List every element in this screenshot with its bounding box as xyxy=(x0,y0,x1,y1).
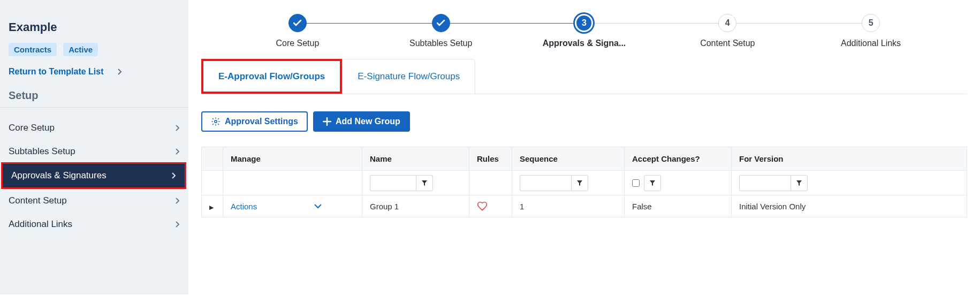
tab-label: E-Signature Flow/Groups xyxy=(358,71,460,82)
svg-point-0 xyxy=(215,120,217,123)
filter-version-button[interactable] xyxy=(791,175,808,191)
actions-label: Actions xyxy=(231,202,257,211)
sidebar-item-label: Approvals & Signatures xyxy=(11,170,107,181)
sidebar-item-core-setup[interactable]: Core Setup xyxy=(0,116,188,140)
filter-version-input[interactable] xyxy=(739,175,791,191)
col-accept-changes[interactable]: Accept Changes? xyxy=(625,147,732,171)
tag-contracts[interactable]: Contracts xyxy=(9,43,57,56)
filter-version-cell xyxy=(732,171,967,195)
setup-heading: Setup xyxy=(0,86,188,108)
sidebar-item-subtables-setup[interactable]: Subtables Setup xyxy=(0,140,188,163)
step-connector xyxy=(441,23,584,24)
chevron-down-icon xyxy=(314,204,322,209)
table-filter-row xyxy=(202,171,967,195)
version-cell: Initial Version Only xyxy=(732,195,967,217)
sidebar: Example Contracts Active Return to Templ… xyxy=(0,0,188,295)
tab-e-approval-flow-groups[interactable]: E-Approval Flow/Groups xyxy=(201,59,342,94)
chevron-right-icon xyxy=(176,148,180,155)
sidebar-tags: Contracts Active xyxy=(0,43,188,64)
step-content-setup[interactable]: 4 Content Setup xyxy=(656,14,799,48)
step-label: Approvals & Signa... xyxy=(543,39,626,48)
groups-table: Manage Name Rules Sequence Accept Change… xyxy=(201,147,967,217)
sequence-cell: 1 xyxy=(512,195,625,217)
sidebar-item-label: Subtables Setup xyxy=(9,146,75,157)
step-additional-links[interactable]: 5 Additional Links xyxy=(799,14,943,48)
step-label: Content Setup xyxy=(700,39,755,48)
tab-label: E-Approval Flow/Groups xyxy=(218,71,325,82)
step-subtables-setup[interactable]: Subtables Setup xyxy=(369,14,513,48)
return-to-template-list[interactable]: Return to Template List xyxy=(0,64,188,86)
rules-cell[interactable] xyxy=(469,195,512,217)
filter-icon xyxy=(421,180,428,186)
check-icon xyxy=(437,20,445,26)
tabs: E-Approval Flow/Groups E-Signature Flow/… xyxy=(201,59,967,94)
step-circle-todo: 4 xyxy=(718,14,736,32)
chevron-right-icon xyxy=(172,172,176,179)
manage-cell: Actions xyxy=(223,195,362,217)
filter-name-button[interactable] xyxy=(416,175,433,191)
filter-sequence-button[interactable] xyxy=(571,175,588,191)
filter-sequence-input[interactable] xyxy=(520,175,571,191)
filter-rules xyxy=(469,171,512,195)
chevron-right-icon xyxy=(118,69,122,75)
col-name[interactable]: Name xyxy=(362,147,469,171)
filter-icon xyxy=(576,180,583,186)
step-label: Subtables Setup xyxy=(409,39,472,48)
filter-name-cell xyxy=(362,171,469,195)
sidebar-nav: Core Setup Subtables Setup Approvals & S… xyxy=(0,116,188,236)
filter-accept-cell xyxy=(625,171,732,195)
table-header-row: Manage Name Rules Sequence Accept Change… xyxy=(202,147,967,171)
sidebar-title: Example xyxy=(0,20,188,43)
sidebar-item-approvals-signatures[interactable]: Approvals & Signatures xyxy=(1,162,186,189)
button-label: Add New Group xyxy=(336,117,400,126)
gear-icon xyxy=(211,117,221,126)
step-label: Core Setup xyxy=(276,39,319,48)
chevron-right-icon xyxy=(176,221,180,228)
add-new-group-button[interactable]: Add New Group xyxy=(313,111,410,132)
accept-cell: False xyxy=(625,195,732,217)
wizard-stepper: Core Setup Subtables Setup 3 Approvals &… xyxy=(226,14,943,48)
filter-name-input[interactable] xyxy=(370,175,416,191)
sidebar-item-additional-links[interactable]: Additional Links xyxy=(0,213,188,236)
button-label: Approval Settings xyxy=(225,117,298,126)
col-rules[interactable]: Rules xyxy=(469,147,512,171)
sidebar-item-label: Additional Links xyxy=(9,219,72,230)
step-circle-current: 3 xyxy=(575,14,593,32)
chevron-right-icon xyxy=(176,198,180,204)
approval-settings-button[interactable]: Approval Settings xyxy=(201,111,308,132)
filter-accept-button[interactable] xyxy=(644,175,661,191)
filter-manage xyxy=(223,171,362,195)
caret-right-icon: ▶ xyxy=(209,204,214,210)
actions-dropdown[interactable]: Actions xyxy=(231,202,322,211)
step-circle-done xyxy=(432,14,450,32)
filter-icon xyxy=(649,180,656,186)
expand-cell[interactable]: ▶ xyxy=(202,195,223,217)
col-sequence[interactable]: Sequence xyxy=(512,147,625,171)
rules-icon xyxy=(477,201,504,211)
step-connector xyxy=(727,23,871,24)
step-core-setup[interactable]: Core Setup xyxy=(226,14,369,48)
name-cell: Group 1 xyxy=(362,195,469,217)
filter-accept-checkbox[interactable] xyxy=(632,179,640,187)
filter-icon xyxy=(796,180,802,186)
return-label: Return to Template List xyxy=(9,67,104,77)
tab-e-signature-flow-groups[interactable]: E-Signature Flow/Groups xyxy=(342,59,475,94)
filter-expand xyxy=(202,171,223,195)
step-approvals-signatures[interactable]: 3 Approvals & Signa... xyxy=(513,14,656,48)
col-expand xyxy=(202,147,223,171)
col-for-version[interactable]: For Version xyxy=(732,147,967,171)
step-circle-done xyxy=(288,14,307,32)
sidebar-item-content-setup[interactable]: Content Setup xyxy=(0,189,188,213)
check-icon xyxy=(293,20,302,26)
col-manage[interactable]: Manage xyxy=(223,147,362,171)
step-connector xyxy=(584,23,727,24)
step-label: Additional Links xyxy=(841,39,901,48)
sidebar-item-label: Core Setup xyxy=(9,123,55,133)
step-circle-todo: 5 xyxy=(862,14,880,32)
filter-sequence-cell xyxy=(512,171,625,195)
chevron-right-icon xyxy=(176,125,180,131)
sidebar-item-label: Content Setup xyxy=(9,195,67,206)
main-content: Core Setup Subtables Setup 3 Approvals &… xyxy=(188,0,980,295)
tag-active[interactable]: Active xyxy=(63,43,98,56)
table-row: ▶ Actions Group 1 xyxy=(202,195,967,217)
